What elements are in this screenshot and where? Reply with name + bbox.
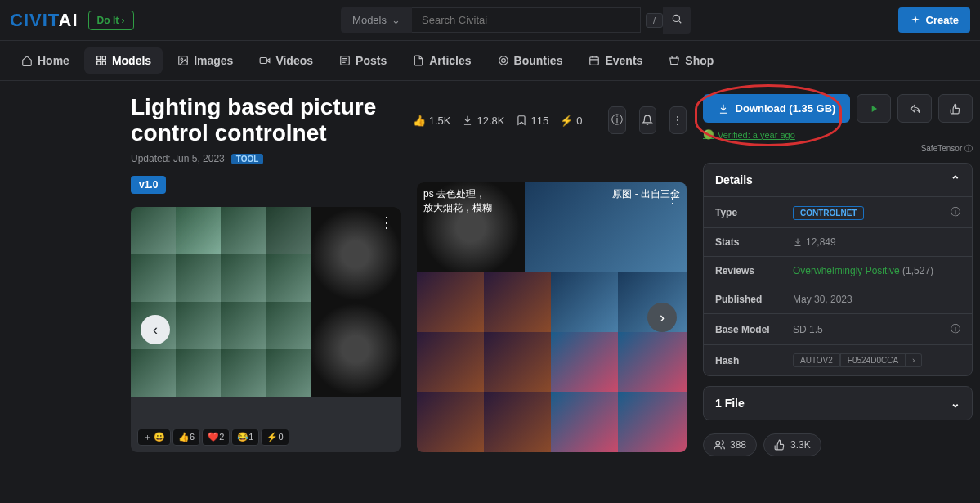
search-shortcut: / [646, 13, 663, 28]
reviews-link[interactable]: Overwhelmingly Positive [793, 265, 900, 276]
bookmark-icon [516, 115, 527, 126]
svg-rect-11 [590, 57, 599, 65]
updated-text: Updated: Jun 5, 2023 [131, 153, 225, 164]
posts-icon [339, 55, 351, 66]
react-laugh[interactable]: 😂1 [231, 429, 259, 446]
image-menu[interactable]: ⋮ [379, 213, 394, 231]
chevron-down-icon: ⌄ [392, 14, 401, 26]
info-icon[interactable]: ⓘ [951, 322, 960, 336]
nav-home[interactable]: Home [10, 47, 81, 74]
files-panel: 1 File⌄ [703, 386, 973, 420]
react-like[interactable]: 👍6 [172, 429, 200, 446]
nav-videos[interactable]: Videos [248, 47, 324, 74]
gallery-image-right[interactable]: ps 去色处理， 放大烟花，模糊原图 - 出自三金 ⋮ › [417, 182, 687, 452]
nav-posts[interactable]: Posts [328, 47, 398, 74]
base-model: SD 1.5 [793, 324, 951, 335]
image-menu[interactable]: ⋮ [665, 189, 680, 207]
download-button[interactable]: Download (1.35 GB) [703, 94, 850, 123]
nav-shop[interactable]: Shop [657, 47, 725, 74]
controlnet-badge: CONTROLNET [793, 206, 864, 220]
nav-bounties[interactable]: Bounties [486, 47, 575, 74]
detail-reviews-label: Reviews [715, 265, 793, 276]
stat-downloads: 12.8K [462, 115, 504, 127]
logo[interactable]: CIVITAI [10, 10, 78, 31]
more-button[interactable]: ⋮ [669, 106, 687, 134]
prev-button[interactable]: ‹ [141, 315, 170, 344]
info-icon[interactable]: ⓘ [951, 205, 960, 219]
search-button[interactable] [663, 7, 691, 34]
bell-icon [642, 115, 653, 126]
svg-point-10 [501, 59, 505, 63]
users-icon [714, 439, 725, 451]
nav-images[interactable]: Images [166, 47, 244, 74]
shield-icon: 🟢 [703, 129, 714, 140]
likes-stat[interactable]: 3.3K [763, 433, 821, 456]
download-icon [718, 103, 729, 115]
thumb-icon [774, 439, 785, 451]
info-button[interactable]: ⓘ [608, 106, 625, 134]
video-icon [259, 55, 271, 66]
stat-bookmarks[interactable]: 115 [516, 115, 548, 127]
details-panel: Details⌃ TypeCONTROLNETⓘ Stats12,849 Rev… [703, 163, 973, 376]
detail-published-label: Published [715, 294, 793, 305]
published-date: May 30, 2023 [793, 294, 960, 305]
details-header[interactable]: Details⌃ [704, 164, 972, 196]
svg-rect-2 [102, 56, 105, 60]
image-icon [177, 55, 189, 66]
detail-stats-label: Stats [715, 236, 793, 248]
next-button[interactable]: › [647, 303, 677, 332]
bolt-icon: ⚡ [560, 115, 573, 127]
svg-rect-4 [102, 61, 105, 65]
target-icon [498, 55, 509, 66]
info-icon: ⓘ [611, 113, 623, 128]
search-icon [671, 13, 682, 25]
stat-likes[interactable]: 👍1.5K [413, 115, 451, 127]
nav-models[interactable]: Models [84, 47, 163, 74]
play-icon [868, 103, 879, 115]
sparkle-icon [910, 15, 921, 26]
svg-point-12 [716, 441, 720, 445]
svg-rect-3 [97, 61, 101, 65]
search-input[interactable] [412, 7, 641, 33]
search-category[interactable]: Models⌄ [341, 7, 412, 33]
run-button[interactable] [857, 94, 891, 123]
download-icon [793, 237, 803, 247]
reactions-bar: ＋😀 👍6 ❤️2 😂1 ⚡0 [137, 429, 289, 446]
react-add[interactable]: ＋😀 [137, 429, 171, 446]
do-it-button[interactable]: Do It › [88, 11, 134, 30]
safetensor-label[interactable]: SafeTensor ⓘ [703, 143, 973, 155]
svg-point-6 [181, 58, 182, 60]
like-button[interactable] [938, 94, 973, 123]
version-tag[interactable]: v1.0 [131, 176, 166, 194]
svg-rect-1 [97, 56, 101, 60]
tool-tag[interactable]: TOOL [231, 154, 264, 164]
create-button[interactable]: Create [898, 7, 970, 33]
grid-icon [96, 55, 107, 66]
nav-events[interactable]: Events [577, 47, 654, 74]
cn-label-left: ps 去色处理， 放大烟花，模糊 [423, 187, 492, 215]
gallery-image-left[interactable]: ⋮ ‹ ＋😀 👍6 ❤️2 😂1 ⚡0 [131, 207, 401, 452]
stat-tips[interactable]: ⚡0 [560, 115, 582, 127]
detail-hash-label: Hash [715, 355, 793, 366]
page-title: Lighting based picture control controlne… [131, 94, 400, 146]
shop-icon [669, 55, 680, 66]
share-button[interactable] [897, 94, 932, 123]
thumb-icon: 👍 [413, 115, 426, 127]
chevron-down-icon: ⌄ [951, 397, 960, 410]
verified-text[interactable]: 🟢Verified: a year ago [703, 129, 973, 140]
detail-type-label: Type [715, 207, 793, 218]
react-heart[interactable]: ❤️2 [202, 429, 230, 446]
followers-stat[interactable]: 388 [703, 433, 757, 456]
nav-articles[interactable]: Articles [401, 47, 482, 74]
share-icon [909, 103, 920, 115]
react-zap[interactable]: ⚡0 [261, 429, 289, 446]
svg-point-9 [499, 56, 508, 65]
notify-button[interactable] [639, 106, 656, 134]
hash-value[interactable]: AUTOV2F0524D0CCA› [793, 353, 960, 367]
chevron-right-icon: › [660, 309, 665, 326]
download-icon [462, 115, 473, 126]
article-icon [413, 55, 424, 66]
detail-base-label: Base Model [715, 324, 793, 335]
svg-rect-7 [261, 58, 267, 64]
files-header[interactable]: 1 File⌄ [704, 387, 972, 420]
